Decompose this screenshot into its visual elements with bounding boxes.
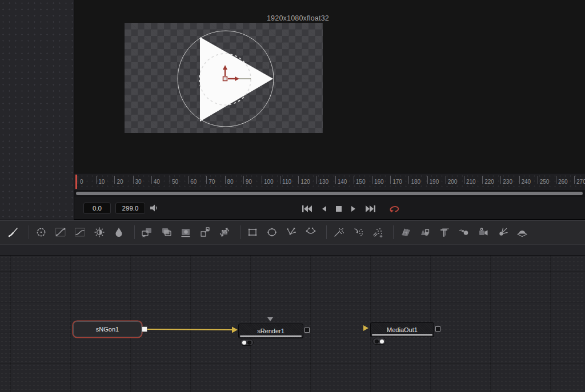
loop-playback-button[interactable] (388, 204, 400, 213)
node-mediaout1-input-connector[interactable] (363, 325, 368, 331)
step-back-button[interactable] (320, 205, 327, 213)
ruler-tick[interactable]: 250 (538, 173, 556, 190)
node-sngon1[interactable]: sNGon1 (73, 321, 142, 337)
viewer1-dot[interactable] (242, 341, 246, 345)
wire-sngon-to-srender[interactable] (147, 329, 232, 330)
color-corrector-tool-button[interactable] (35, 226, 47, 239)
ruler-tick[interactable]: 20 (114, 173, 133, 190)
ruler-tick[interactable]: 90 (243, 173, 262, 190)
range-end-field[interactable]: 299.0 (115, 203, 145, 214)
timeline-scrollbar[interactable] (74, 190, 585, 197)
ruler-tick[interactable]: 110 (280, 173, 298, 190)
ruler-tick[interactable]: 200 (446, 173, 464, 190)
ruler-tick[interactable]: 270 (574, 173, 585, 190)
transport-buttons (302, 204, 400, 213)
ruler-tick[interactable]: 70 (206, 173, 225, 190)
viewer-panel[interactable]: 1920x1080xfloat32 (74, 0, 585, 173)
channel-booleans-tool-button[interactable] (179, 226, 192, 239)
viewer2-dot[interactable] (380, 340, 384, 343)
ruler-tick[interactable]: 40 (151, 173, 170, 190)
ruler-tick[interactable]: 0 (78, 173, 96, 190)
ruler-tick[interactable]: 140 (335, 173, 354, 190)
range-start-field[interactable]: 0.0 (83, 203, 111, 214)
p-emitter-tool-button[interactable] (332, 226, 345, 239)
time-ruler[interactable]: 0 10 20 30 40 50 60 70 80 90 100 110 120… (74, 173, 585, 190)
merge-tool-button[interactable] (141, 226, 153, 239)
ruler-tick[interactable]: 190 (427, 173, 446, 190)
shape-3d-tool-button[interactable] (419, 226, 431, 239)
image-plane-3d-tool-button[interactable] (399, 226, 412, 239)
panel-divider-strip (0, 244, 585, 256)
rectangle-mask-icon (246, 226, 259, 239)
ruler-tick[interactable]: 10 (96, 173, 114, 190)
loop-icon (388, 204, 400, 213)
transform-tool-button[interactable] (218, 226, 231, 239)
resize-icon (199, 226, 211, 239)
ruler-tick[interactable]: 130 (316, 173, 335, 190)
bspline-mask-tool-button[interactable] (304, 226, 317, 239)
matte-control-tool-button[interactable] (160, 226, 173, 239)
color-curves-tool-button[interactable] (54, 226, 67, 239)
ellipse-mask-tool-button[interactable] (266, 226, 278, 239)
top-section: 1920x1080xfloat32 (0, 0, 585, 220)
toolbar-separator (134, 225, 135, 239)
ruler-tick[interactable]: 150 (354, 173, 372, 190)
node-srender1-output-connector[interactable] (304, 328, 310, 333)
p-render-tool-button[interactable] (371, 226, 384, 239)
ruler-tick[interactable]: 50 (170, 173, 188, 190)
camera-3d-tool-button[interactable] (477, 226, 490, 239)
ruler-tick[interactable]: 180 (408, 173, 427, 190)
ruler-tick[interactable]: 60 (188, 173, 206, 190)
paint-icon (7, 226, 19, 239)
hue-curves-tool-button[interactable] (74, 226, 86, 239)
ruler-tick[interactable]: 120 (298, 173, 316, 190)
speaker-icon (150, 204, 159, 212)
channel-booleans-icon (179, 226, 192, 239)
ruler-tick[interactable]: 240 (519, 173, 538, 190)
paint-tool-button[interactable] (7, 226, 19, 239)
audio-mute-button[interactable] (150, 204, 159, 215)
brightness-contrast-icon (93, 226, 106, 239)
ruler-tick[interactable]: 160 (372, 173, 390, 190)
ruler-tick[interactable]: 260 (556, 173, 574, 190)
text-3d-tool-button[interactable] (438, 226, 451, 239)
p-merge-tool-button[interactable] (352, 226, 364, 239)
viewer1-dot[interactable] (375, 340, 379, 343)
blur-tool-button[interactable] (113, 226, 125, 239)
ruler-tick[interactable]: 80 (225, 173, 243, 190)
viewer-canvas[interactable] (125, 23, 323, 133)
ruler-tick[interactable]: 230 (500, 173, 519, 190)
ruler-tick[interactable]: 170 (390, 173, 408, 190)
timeline-scrollbar-thumb[interactable] (76, 192, 583, 195)
ruler-tick-label: 240 (522, 179, 531, 185)
text-3d-icon (438, 226, 451, 239)
viewer2-dot[interactable] (247, 341, 251, 345)
merge-3d-tool-button[interactable] (458, 226, 470, 239)
play-button[interactable] (350, 205, 357, 213)
ruler-tick[interactable]: 100 (262, 173, 280, 190)
node-srender1-top-input-connector[interactable] (267, 317, 273, 321)
node-editor[interactable]: sNGon1 sRender1 MediaOut1 (0, 256, 585, 392)
node-mediaout1-output-connector[interactable] (435, 326, 440, 332)
node-sngon1-output-connector[interactable] (142, 326, 147, 332)
go-to-first-frame-button[interactable] (302, 205, 312, 213)
toolbar-separator (393, 225, 394, 239)
p-render-icon (371, 226, 384, 239)
ruler-tick[interactable]: 30 (133, 173, 151, 190)
renderer-3d-tool-button[interactable] (516, 226, 528, 239)
playhead[interactable] (75, 175, 77, 189)
node-sngon1-label: sNGon1 (96, 326, 119, 333)
resize-tool-button[interactable] (199, 226, 211, 239)
ruler-tick[interactable]: 220 (482, 173, 500, 190)
node-mediaout1[interactable]: MediaOut1 (370, 322, 434, 337)
stop-button[interactable] (335, 205, 342, 213)
rectangle-mask-tool-button[interactable] (246, 226, 259, 239)
ruler-tick-label: 210 (466, 179, 476, 185)
brightness-contrast-tool-button[interactable] (93, 226, 106, 239)
node-srender1[interactable]: sRender1 (238, 324, 303, 338)
go-to-last-frame-button[interactable] (365, 205, 376, 213)
spot-light-tool-button[interactable] (496, 226, 509, 239)
polygon-mask-tool-button[interactable] (285, 226, 298, 239)
ruler-tick[interactable]: 210 (464, 173, 482, 190)
ruler-tick-label: 30 (135, 179, 142, 185)
